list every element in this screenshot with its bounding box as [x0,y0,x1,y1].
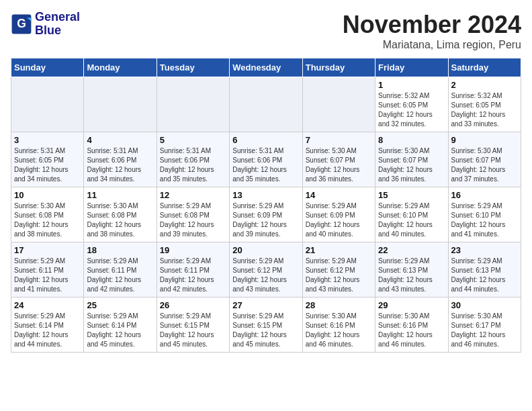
day-number: 11 [87,190,153,200]
calendar-cell: 27Sunrise: 5:29 AM Sunset: 6:15 PM Dayli… [230,298,302,353]
calendar-table: SundayMondayTuesdayWednesdayThursdayFrid… [11,58,521,353]
day-number: 14 [306,190,372,200]
day-info: Sunrise: 5:29 AM Sunset: 6:14 PM Dayligh… [14,312,81,349]
day-info: Sunrise: 5:31 AM Sunset: 6:05 PM Dayligh… [14,146,81,184]
day-number: 9 [451,135,518,145]
day-info: Sunrise: 5:32 AM Sunset: 6:05 PM Dayligh… [451,91,518,129]
calendar-cell: 6Sunrise: 5:31 AM Sunset: 6:06 PM Daylig… [230,132,302,187]
day-number: 18 [87,245,153,255]
day-info: Sunrise: 5:31 AM Sunset: 6:06 PM Dayligh… [232,146,299,184]
calendar-cell: 11Sunrise: 5:30 AM Sunset: 6:08 PM Dayli… [84,187,157,242]
calendar-cell: 8Sunrise: 5:30 AM Sunset: 6:07 PM Daylig… [375,132,448,187]
calendar-cell: 3Sunrise: 5:31 AM Sunset: 6:05 PM Daylig… [11,132,84,187]
logo-icon: G [11,13,32,35]
day-number: 4 [87,135,153,145]
day-info: Sunrise: 5:30 AM Sunset: 6:16 PM Dayligh… [378,312,445,349]
day-info: Sunrise: 5:29 AM Sunset: 6:09 PM Dayligh… [232,201,299,239]
calendar-week-row: 17Sunrise: 5:29 AM Sunset: 6:11 PM Dayli… [11,242,521,298]
calendar-cell: 17Sunrise: 5:29 AM Sunset: 6:11 PM Dayli… [11,242,84,298]
day-number: 22 [378,245,445,255]
day-number: 13 [232,190,299,200]
calendar-cell: 26Sunrise: 5:29 AM Sunset: 6:15 PM Dayli… [157,298,229,353]
calendar-cell: 10Sunrise: 5:30 AM Sunset: 6:08 PM Dayli… [11,187,84,242]
day-info: Sunrise: 5:30 AM Sunset: 6:07 PM Dayligh… [378,146,445,184]
day-number: 20 [232,245,299,255]
calendar-week-row: 24Sunrise: 5:29 AM Sunset: 6:14 PM Dayli… [11,298,521,353]
logo: G General Blue [11,11,80,38]
day-number: 26 [160,300,226,310]
calendar-cell: 12Sunrise: 5:29 AM Sunset: 6:08 PM Dayli… [157,187,229,242]
day-info: Sunrise: 5:29 AM Sunset: 6:11 PM Dayligh… [87,257,153,294]
day-number: 30 [451,300,518,310]
calendar-cell: 2Sunrise: 5:32 AM Sunset: 6:05 PM Daylig… [448,77,521,132]
calendar-cell: 21Sunrise: 5:29 AM Sunset: 6:12 PM Dayli… [302,242,375,298]
day-number: 17 [14,245,81,255]
day-info: Sunrise: 5:29 AM Sunset: 6:15 PM Dayligh… [232,312,299,349]
day-info: Sunrise: 5:30 AM Sunset: 6:08 PM Dayligh… [14,201,81,239]
month-title: November 2024 [343,11,521,39]
day-info: Sunrise: 5:29 AM Sunset: 6:12 PM Dayligh… [306,257,372,294]
day-of-week-header: Tuesday [157,58,229,77]
day-number: 21 [306,245,372,255]
day-info: Sunrise: 5:29 AM Sunset: 6:09 PM Dayligh… [306,201,372,239]
day-number: 23 [451,245,518,255]
day-info: Sunrise: 5:29 AM Sunset: 6:11 PM Dayligh… [14,257,81,294]
day-number: 3 [14,135,81,145]
title-block: November 2024 Mariatana, Lima region, Pe… [343,11,521,51]
day-number: 15 [378,190,445,200]
calendar-cell: 20Sunrise: 5:29 AM Sunset: 6:12 PM Dayli… [230,242,302,298]
day-number: 10 [14,190,81,200]
calendar-cell: 1Sunrise: 5:32 AM Sunset: 6:05 PM Daylig… [375,77,448,132]
calendar-cell: 7Sunrise: 5:30 AM Sunset: 6:07 PM Daylig… [302,132,375,187]
calendar-cell [11,77,84,132]
day-info: Sunrise: 5:30 AM Sunset: 6:07 PM Dayligh… [451,146,518,184]
day-info: Sunrise: 5:29 AM Sunset: 6:10 PM Dayligh… [451,201,518,239]
day-info: Sunrise: 5:30 AM Sunset: 6:17 PM Dayligh… [451,312,518,349]
calendar-cell: 4Sunrise: 5:31 AM Sunset: 6:06 PM Daylig… [84,132,157,187]
calendar-cell [302,77,375,132]
calendar-cell [230,77,302,132]
calendar-cell: 16Sunrise: 5:29 AM Sunset: 6:10 PM Dayli… [448,187,521,242]
day-info: Sunrise: 5:29 AM Sunset: 6:10 PM Dayligh… [378,201,445,239]
day-info: Sunrise: 5:29 AM Sunset: 6:15 PM Dayligh… [160,312,226,349]
calendar-cell: 22Sunrise: 5:29 AM Sunset: 6:13 PM Dayli… [375,242,448,298]
calendar-cell: 30Sunrise: 5:30 AM Sunset: 6:17 PM Dayli… [448,298,521,353]
calendar-cell: 13Sunrise: 5:29 AM Sunset: 6:09 PM Dayli… [230,187,302,242]
day-info: Sunrise: 5:30 AM Sunset: 6:08 PM Dayligh… [87,201,153,239]
day-of-week-header: Saturday [448,58,521,77]
calendar-cell [157,77,229,132]
location: Mariatana, Lima region, Peru [343,39,521,51]
calendar-cell: 9Sunrise: 5:30 AM Sunset: 6:07 PM Daylig… [448,132,521,187]
day-number: 16 [451,190,518,200]
day-of-week-header: Sunday [11,58,84,77]
day-number: 28 [306,300,372,310]
calendar-week-row: 10Sunrise: 5:30 AM Sunset: 6:08 PM Dayli… [11,187,521,242]
day-number: 25 [87,300,153,310]
day-info: Sunrise: 5:29 AM Sunset: 6:13 PM Dayligh… [378,257,445,294]
day-of-week-header: Thursday [302,58,375,77]
day-info: Sunrise: 5:29 AM Sunset: 6:12 PM Dayligh… [232,257,299,294]
day-number: 24 [14,300,81,310]
calendar-cell: 15Sunrise: 5:29 AM Sunset: 6:10 PM Dayli… [375,187,448,242]
calendar-cell: 5Sunrise: 5:31 AM Sunset: 6:06 PM Daylig… [157,132,229,187]
day-info: Sunrise: 5:31 AM Sunset: 6:06 PM Dayligh… [160,146,226,184]
svg-text:G: G [17,17,26,30]
day-info: Sunrise: 5:30 AM Sunset: 6:16 PM Dayligh… [306,312,372,349]
day-info: Sunrise: 5:30 AM Sunset: 6:07 PM Dayligh… [306,146,372,184]
day-info: Sunrise: 5:29 AM Sunset: 6:13 PM Dayligh… [451,257,518,294]
day-number: 27 [232,300,299,310]
calendar-cell [84,77,157,132]
logo-text: General Blue [35,11,80,38]
day-number: 7 [306,135,372,145]
day-info: Sunrise: 5:29 AM Sunset: 6:14 PM Dayligh… [87,312,153,349]
calendar-cell: 28Sunrise: 5:30 AM Sunset: 6:16 PM Dayli… [302,298,375,353]
day-info: Sunrise: 5:29 AM Sunset: 6:08 PM Dayligh… [160,201,226,239]
calendar-week-row: 1Sunrise: 5:32 AM Sunset: 6:05 PM Daylig… [11,77,521,132]
calendar-cell: 19Sunrise: 5:29 AM Sunset: 6:11 PM Dayli… [157,242,229,298]
day-info: Sunrise: 5:32 AM Sunset: 6:05 PM Dayligh… [378,91,445,129]
calendar-week-row: 3Sunrise: 5:31 AM Sunset: 6:05 PM Daylig… [11,132,521,187]
day-of-week-header: Wednesday [230,58,302,77]
day-number: 2 [451,80,518,90]
day-of-week-header: Monday [84,58,157,77]
day-info: Sunrise: 5:29 AM Sunset: 6:11 PM Dayligh… [160,257,226,294]
